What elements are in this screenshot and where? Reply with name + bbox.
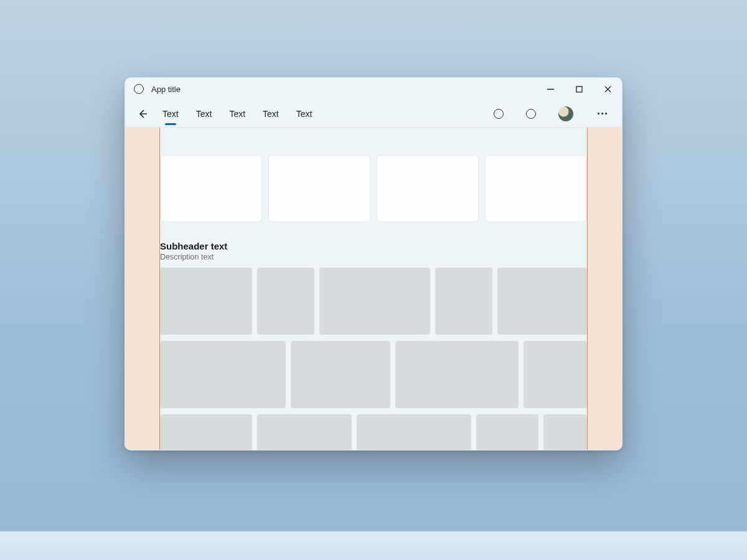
maximize-button[interactable] — [565, 78, 593, 100]
tab-3[interactable]: Text — [229, 106, 245, 121]
more-dots-icon — [598, 113, 599, 114]
gallery-row — [160, 414, 587, 450]
card-item[interactable] — [160, 155, 262, 222]
maximize-icon — [576, 86, 583, 93]
gallery-tile[interactable] — [543, 414, 587, 450]
back-arrow-icon — [138, 109, 148, 119]
content-inner: Subheader text Description text — [160, 128, 587, 450]
avatar[interactable] — [558, 106, 573, 121]
description-text: Description text — [160, 253, 587, 261]
app-icon — [134, 84, 144, 94]
app-title: App title — [151, 85, 181, 94]
gallery-tile[interactable] — [476, 414, 538, 450]
card-row — [160, 155, 587, 222]
gallery-tile[interactable] — [395, 341, 519, 408]
tab-2[interactable]: Text — [196, 106, 212, 121]
close-button[interactable] — [593, 78, 622, 100]
gallery-tile[interactable] — [497, 268, 587, 335]
tab-strip: Text Text Text Text Text — [162, 106, 312, 121]
tab-4[interactable]: Text — [263, 106, 279, 121]
card-item[interactable] — [268, 155, 370, 222]
gallery-tile[interactable] — [435, 268, 492, 335]
section-header: Subheader text Description text — [160, 241, 587, 261]
card-item[interactable] — [485, 155, 587, 222]
tab-1[interactable]: Text — [162, 106, 179, 121]
gallery-tile[interactable] — [160, 414, 252, 450]
close-icon — [604, 86, 611, 93]
gallery-row — [160, 268, 587, 335]
design-margin-right — [587, 128, 622, 450]
gallery-tile[interactable] — [160, 341, 286, 408]
window-controls — [536, 78, 622, 100]
gallery-tile[interactable] — [524, 341, 587, 408]
gallery-tile[interactable] — [357, 414, 471, 450]
svg-rect-1 — [576, 86, 582, 92]
more-button[interactable] — [596, 113, 608, 114]
action-icon-1[interactable] — [494, 109, 504, 119]
design-margin-left — [125, 128, 160, 450]
gallery-tile[interactable] — [319, 268, 430, 335]
subheader-text: Subheader text — [160, 241, 587, 251]
gallery-tile[interactable] — [291, 341, 390, 408]
taskbar — [0, 531, 747, 560]
nav-row: Text Text Text Text Text — [125, 100, 622, 128]
titlebar: App title — [125, 78, 622, 100]
card-item[interactable] — [377, 155, 479, 222]
back-button[interactable] — [134, 105, 151, 123]
gallery-tile[interactable] — [257, 414, 352, 450]
minimize-icon — [547, 86, 554, 93]
tab-5[interactable]: Text — [296, 106, 312, 121]
gallery-tile[interactable] — [257, 268, 314, 335]
app-window: App title Text Text Text Text Text — [125, 77, 622, 450]
toolbar-actions — [494, 106, 622, 121]
action-icon-2[interactable] — [526, 109, 536, 119]
minimize-button[interactable] — [536, 78, 565, 100]
content-area: Subheader text Description text — [125, 128, 622, 450]
gallery-tile[interactable] — [160, 268, 252, 335]
gallery-row — [160, 341, 587, 408]
